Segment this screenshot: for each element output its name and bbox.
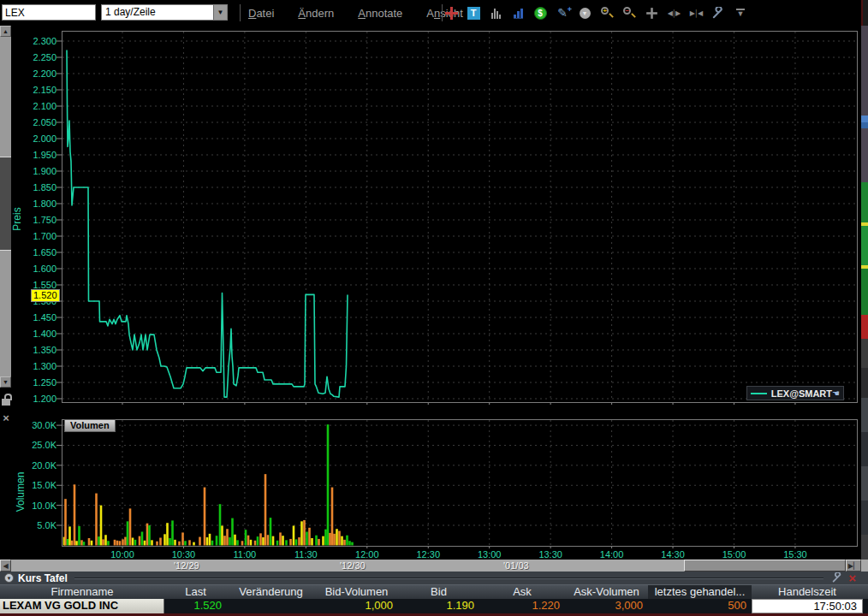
cell-last: 1.520 [164,599,227,613]
price-axis-label: 1.600 [21,263,56,275]
legend-label: LEX@SMART [771,388,832,399]
collapse-toggle-icon[interactable]: ▼ [4,573,14,583]
price-axis-label: 1.350 [21,344,56,356]
cell-veraenderung [227,599,315,613]
time-axis-label: 11:00 [225,548,265,560]
price-axis-label: 2.100 [21,100,56,112]
time-axis-label: 15:30 [776,548,815,560]
price-axis-label: 1.750 [21,214,56,226]
quote-table-header: Firmenname Last Veränderung Bid-Volumen … [0,584,868,599]
price-axis-label: 1.650 [21,246,56,258]
quote-panel: ▼ Kurs Tafel × Firmenname Last Veränderu… [0,572,868,616]
charts-canvas [0,0,868,616]
price-axis-label: 1.800 [21,198,56,210]
time-axis-label: 15:00 [715,548,754,560]
scrollbar-date-label: '12/30 [340,560,366,572]
price-axis-label: 1.300 [21,360,56,372]
volume-axis-title: Volumen [15,468,27,516]
col-header-bid[interactable]: Bid [398,585,479,600]
legend-line-swatch [751,393,767,394]
scroll-left-icon[interactable]: ◀ [0,560,11,572]
price-axis-label: 1.850 [21,181,56,193]
col-header-firmenname[interactable]: Firmenname [0,585,164,600]
cell-ask: 1.220 [479,599,565,613]
time-axis-label: 14:00 [592,548,632,560]
col-header-handelszeit[interactable]: Handelszeit [752,585,863,600]
horizontal-scrollbar-thumb[interactable] [684,560,846,572]
price-axis-title: Preis [11,202,23,236]
background-window-sliver [861,0,868,616]
price-axis-label: 1.400 [21,328,56,340]
col-header-letztes-gehandelt[interactable]: letztes gehandel... [648,585,752,600]
cell-firmenname[interactable]: LEXAM VG GOLD INC [0,599,164,613]
settings-wrench-icon[interactable] [832,572,843,583]
hand-cursor-icon: ☚ [832,388,840,398]
time-axis-label: 12:00 [348,548,387,560]
col-header-ask[interactable]: Ask [479,585,565,600]
cell-bid: 1.190 [398,599,479,613]
quote-panel-titlebar: ▼ Kurs Tafel × [0,572,868,584]
col-header-ask-volumen[interactable]: Ask-Volumen [565,585,648,600]
cell-letztes-gehandelt: 500 [648,599,752,613]
price-axis-label: 2.050 [21,116,56,128]
col-header-bid-volumen[interactable]: Bid-Volumen [315,585,398,600]
scrollbar-date-label: '01/03 [503,560,529,572]
volume-pane-title: Volumen [64,419,116,432]
time-axis-label: 13:00 [470,548,509,560]
price-axis-label: 1.900 [21,165,56,177]
price-axis-label: 1.950 [21,149,56,161]
scrollbar-date-label: '12/29 [174,560,199,572]
price-axis-label: 1.200 [21,393,56,405]
time-axis-label: 10:30 [163,548,203,560]
volume-axis-label: 25.0K [21,439,56,451]
price-axis-label: 2.000 [21,133,56,145]
chart-application-window: 1 day/Zeile ▼ Datei Ändern Annotate Ansi… [0,0,868,616]
table-row[interactable]: LEXAM VG GOLD INC 1.520 1,000 1.190 1.22… [0,599,868,613]
col-header-veraenderung[interactable]: Veränderung [227,585,315,600]
price-line-series [67,50,348,398]
cell-handelszeit: 17:50:03 [752,599,863,613]
scroll-right-icon[interactable]: ▶▏ [846,560,861,572]
time-axis-label: 11:30 [286,548,325,560]
cell-ask-volumen: 3,000 [565,599,648,613]
price-axis-label: 1.250 [21,376,56,388]
time-axis-label: 13:30 [531,548,570,560]
horizontal-scrollbar[interactable]: ◀ '12/29'12/30'01/03'01/04 ▶▏ [0,560,868,572]
cell-bid-volumen: 1,000 [315,599,398,613]
price-axis-label: 2.300 [21,35,56,47]
time-axis-label: 14:30 [653,548,693,560]
close-panel-icon[interactable]: × [848,572,856,583]
volume-axis-label: 30.0K [21,419,56,431]
time-axis-label: 12:30 [408,548,448,560]
quote-panel-title: Kurs Tafel [18,572,68,584]
time-axis-label: 10:00 [103,548,142,560]
price-axis-label: 1.700 [21,230,56,242]
price-axis-label: 1.450 [21,311,56,323]
last-price-tag: 1.520 [31,289,60,302]
titlebar-rule [74,578,823,579]
price-axis-label: 2.150 [21,84,56,96]
price-axis-label: 2.200 [21,68,56,80]
price-axis-label: 2.250 [21,51,56,63]
series-legend[interactable]: LEX@SMART ☚ [746,386,844,400]
volume-axis-label: 5.0K [21,519,56,531]
col-header-last[interactable]: Last [164,585,227,600]
